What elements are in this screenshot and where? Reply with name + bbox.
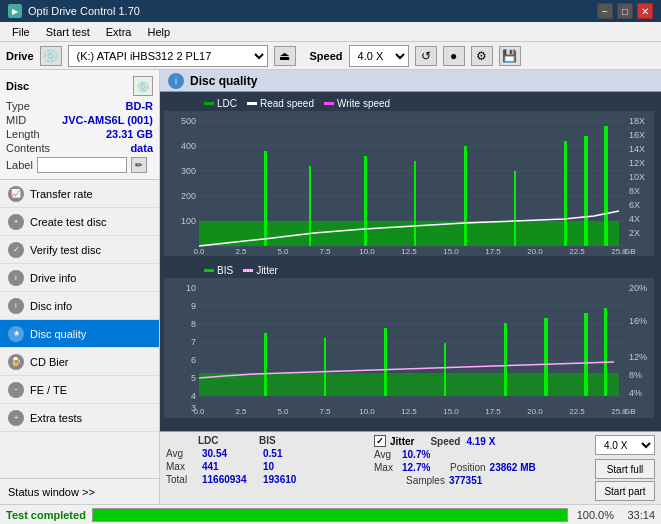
nav-create-test-disc[interactable]: + Create test disc xyxy=(0,208,159,236)
total-ldc: 11660934 xyxy=(202,474,257,485)
svg-text:12%: 12% xyxy=(629,352,647,362)
nav-items: 📈 Transfer rate + Create test disc ✓ Ver… xyxy=(0,180,159,478)
nav-verify-test-disc[interactable]: ✓ Verify test disc xyxy=(0,236,159,264)
nav-disc-info[interactable]: i Disc info xyxy=(0,292,159,320)
refresh-icon[interactable]: ↺ xyxy=(415,46,437,66)
mid-value: JVC-AMS6L (001) xyxy=(62,114,153,126)
drivebar: Drive 💿 (K:) ATAPI iHBS312 2 PL17 ⏏ Spee… xyxy=(0,42,661,70)
close-button[interactable]: ✕ xyxy=(637,3,653,19)
svg-text:4X: 4X xyxy=(629,214,640,224)
disc-info-icon: i xyxy=(8,298,24,314)
label-edit-icon[interactable]: ✏ xyxy=(131,157,147,173)
nav-transfer-rate-label: Transfer rate xyxy=(30,188,93,200)
extra-tests-icon: + xyxy=(8,410,24,426)
settings-icon[interactable]: ⚙ xyxy=(471,46,493,66)
nav-disc-quality-label: Disc quality xyxy=(30,328,86,340)
menu-extra[interactable]: Extra xyxy=(98,24,140,40)
start-full-button[interactable]: Start full xyxy=(595,459,655,479)
nav-extra-tests[interactable]: + Extra tests xyxy=(0,404,159,432)
svg-rect-79 xyxy=(384,328,387,396)
top-chart-svg: 500 400 300 200 100 18X 16X 14X 12X 10X … xyxy=(164,111,654,256)
svg-rect-34 xyxy=(264,151,267,246)
position-label: Position xyxy=(450,462,486,473)
save-icon[interactable]: 💾 xyxy=(499,46,521,66)
nav-cd-bier[interactable]: 🍺 CD Bier xyxy=(0,348,159,376)
progress-bar-fill xyxy=(93,509,567,521)
progress-bar-bg xyxy=(92,508,568,522)
label-input[interactable] xyxy=(37,157,127,173)
stats-speed-select[interactable]: 4.0 X xyxy=(595,435,655,455)
menu-help[interactable]: Help xyxy=(139,24,178,40)
nav-fe-te[interactable]: ~ FE / TE xyxy=(0,376,159,404)
length-value: 23.31 GB xyxy=(106,128,153,140)
speed-select[interactable]: 4.0 X xyxy=(349,45,409,67)
maximize-button[interactable]: □ xyxy=(617,3,633,19)
sidebar: Disc 💿 Type BD-R MID JVC-AMS6L (001) Len… xyxy=(0,70,160,504)
disc-panel-header: Disc 💿 xyxy=(6,76,153,96)
disc-panel: Disc 💿 Type BD-R MID JVC-AMS6L (001) Len… xyxy=(0,70,159,180)
chart-header: i Disc quality xyxy=(160,70,661,92)
svg-text:12.5: 12.5 xyxy=(401,247,417,256)
legend-ldc: LDC xyxy=(204,98,237,109)
samples-label: Samples xyxy=(406,475,445,486)
disc-panel-title: Disc xyxy=(6,80,29,92)
legend-bis-label: BIS xyxy=(217,265,233,276)
eject-icon[interactable]: ⏏ xyxy=(274,46,296,66)
bottom-chart-container: BIS Jitter xyxy=(164,263,657,428)
svg-text:5: 5 xyxy=(191,373,196,383)
svg-text:22.5: 22.5 xyxy=(569,407,585,416)
contents-value: data xyxy=(130,142,153,154)
svg-rect-36 xyxy=(364,156,367,246)
max-label: Max xyxy=(166,461,196,472)
legend-jitter-label: Jitter xyxy=(256,265,278,276)
svg-text:GB: GB xyxy=(624,407,636,416)
total-bis: 193610 xyxy=(263,474,308,485)
disc-icon[interactable]: ● xyxy=(443,46,465,66)
menu-starttest[interactable]: Start test xyxy=(38,24,98,40)
transfer-rate-icon: 📈 xyxy=(8,186,24,202)
progress-bar-container: Test completed 100.0% 33:14 xyxy=(0,504,661,524)
nav-create-test-disc-label: Create test disc xyxy=(30,216,106,228)
svg-text:8%: 8% xyxy=(629,370,642,380)
nav-fe-te-label: FE / TE xyxy=(30,384,67,396)
nav-drive-info[interactable]: i Drive info xyxy=(0,264,159,292)
svg-text:5.0: 5.0 xyxy=(277,407,289,416)
svg-text:7.5: 7.5 xyxy=(319,247,331,256)
svg-rect-78 xyxy=(324,338,326,396)
nav-disc-quality[interactable]: ★ Disc quality xyxy=(0,320,159,348)
status-window-btn[interactable]: Status window >> xyxy=(0,478,159,504)
nav-transfer-rate[interactable]: 📈 Transfer rate xyxy=(0,180,159,208)
disc-quality-icon: ★ xyxy=(8,326,24,342)
status-text: Test completed xyxy=(6,509,86,521)
svg-text:300: 300 xyxy=(181,166,196,176)
chart-title: Disc quality xyxy=(190,74,257,88)
jitter-checkbox[interactable]: ✓ xyxy=(374,435,386,447)
svg-rect-43 xyxy=(164,278,654,418)
ldc-col-header: LDC xyxy=(198,435,253,446)
type-value: BD-R xyxy=(126,100,154,112)
writespeed-dot xyxy=(324,102,334,105)
top-chart-container: LDC Read speed Write speed xyxy=(164,96,657,261)
total-label: Total xyxy=(166,474,196,485)
start-part-button[interactable]: Start part xyxy=(595,481,655,501)
minimize-button[interactable]: − xyxy=(597,3,613,19)
titlebar-left: ▶ Opti Drive Control 1.70 xyxy=(8,4,140,18)
disc-type-row: Type BD-R xyxy=(6,100,153,112)
drive-icon[interactable]: 💿 xyxy=(40,46,62,66)
svg-text:9: 9 xyxy=(191,301,196,311)
drive-select[interactable]: (K:) ATAPI iHBS312 2 PL17 xyxy=(68,45,268,67)
svg-text:8X: 8X xyxy=(629,186,640,196)
disc-panel-icon: 💿 xyxy=(133,76,153,96)
menu-file[interactable]: File xyxy=(4,24,38,40)
avg-bis: 0.51 xyxy=(263,448,308,459)
svg-text:20.0: 20.0 xyxy=(527,247,543,256)
legend-jitter: Jitter xyxy=(243,265,278,276)
app-title: Opti Drive Control 1.70 xyxy=(28,5,140,17)
svg-text:5.0: 5.0 xyxy=(277,247,289,256)
menubar: File Start test Extra Help xyxy=(0,22,661,42)
max-label2: Max xyxy=(374,462,398,473)
svg-rect-76 xyxy=(199,373,619,396)
legend-readspeed: Read speed xyxy=(247,98,314,109)
svg-rect-80 xyxy=(444,343,446,396)
svg-rect-39 xyxy=(514,171,516,246)
